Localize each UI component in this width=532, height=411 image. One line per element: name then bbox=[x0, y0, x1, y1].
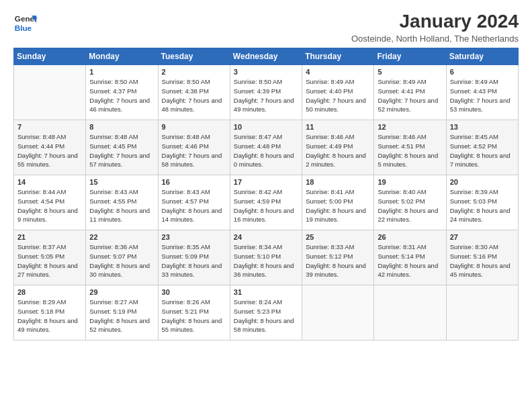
table-row: 6 Sunrise: 8:49 AMSunset: 4:43 PMDayligh… bbox=[446, 65, 518, 120]
day-info: Sunrise: 8:36 AMSunset: 5:07 PMDaylight:… bbox=[89, 242, 154, 279]
day-info: Sunrise: 8:37 AMSunset: 5:05 PMDaylight:… bbox=[17, 242, 82, 279]
table-row: 26 Sunrise: 8:31 AMSunset: 5:14 PMDaylig… bbox=[374, 230, 446, 285]
header-wednesday: Wednesday bbox=[230, 48, 302, 65]
table-row: 13 Sunrise: 8:45 AMSunset: 4:52 PMDaylig… bbox=[446, 120, 518, 175]
day-info: Sunrise: 8:24 AMSunset: 5:23 PMDaylight:… bbox=[234, 298, 298, 334]
day-info: Sunrise: 8:34 AMSunset: 5:10 PMDaylight:… bbox=[234, 242, 298, 279]
header-monday: Monday bbox=[86, 48, 158, 65]
table-row: 5 Sunrise: 8:49 AMSunset: 4:41 PMDayligh… bbox=[374, 65, 446, 120]
day-info: Sunrise: 8:41 AMSunset: 5:00 PMDaylight:… bbox=[306, 187, 370, 224]
day-number: 21 bbox=[17, 233, 82, 241]
table-row: 18 Sunrise: 8:41 AMSunset: 5:00 PMDaylig… bbox=[302, 175, 374, 230]
table-row: 29 Sunrise: 8:27 AMSunset: 5:19 PMDaylig… bbox=[86, 285, 158, 340]
header-saturday: Saturday bbox=[446, 48, 518, 65]
table-row: 17 Sunrise: 8:42 AMSunset: 4:59 PMDaylig… bbox=[230, 175, 302, 230]
table-row: 16 Sunrise: 8:43 AMSunset: 4:57 PMDaylig… bbox=[158, 175, 230, 230]
day-number: 29 bbox=[89, 288, 154, 296]
day-info: Sunrise: 8:42 AMSunset: 4:59 PMDaylight:… bbox=[234, 187, 298, 224]
page: General Blue January 2024 Oosteinde, Nor… bbox=[0, 0, 532, 411]
day-info: Sunrise: 8:29 AMSunset: 5:18 PMDaylight:… bbox=[17, 298, 82, 334]
day-info: Sunrise: 8:46 AMSunset: 4:49 PMDaylight:… bbox=[306, 132, 370, 169]
table-row bbox=[446, 285, 518, 340]
day-number: 28 bbox=[17, 288, 82, 296]
day-number: 17 bbox=[234, 178, 298, 186]
day-info: Sunrise: 8:49 AMSunset: 4:43 PMDaylight:… bbox=[450, 77, 515, 114]
day-number: 20 bbox=[450, 178, 515, 186]
day-number: 11 bbox=[306, 123, 370, 131]
table-row: 12 Sunrise: 8:46 AMSunset: 4:51 PMDaylig… bbox=[374, 120, 446, 175]
table-row: 27 Sunrise: 8:30 AMSunset: 5:16 PMDaylig… bbox=[446, 230, 518, 285]
table-row: 23 Sunrise: 8:35 AMSunset: 5:09 PMDaylig… bbox=[158, 230, 230, 285]
day-info: Sunrise: 8:40 AMSunset: 5:02 PMDaylight:… bbox=[378, 187, 442, 224]
calendar-week-row: 28 Sunrise: 8:29 AMSunset: 5:18 PMDaylig… bbox=[14, 285, 519, 340]
day-number: 24 bbox=[234, 233, 298, 241]
weekday-header-row: Sunday Monday Tuesday Wednesday Thursday… bbox=[14, 48, 519, 65]
calendar-week-row: 7 Sunrise: 8:48 AMSunset: 4:44 PMDayligh… bbox=[14, 120, 519, 175]
day-number: 7 bbox=[17, 123, 82, 131]
day-info: Sunrise: 8:30 AMSunset: 5:16 PMDaylight:… bbox=[450, 242, 515, 279]
day-number: 8 bbox=[89, 123, 154, 131]
day-number: 12 bbox=[378, 123, 442, 131]
logo-icon: General Blue bbox=[13, 11, 38, 35]
day-number: 30 bbox=[162, 288, 226, 296]
header-sunday: Sunday bbox=[14, 48, 86, 65]
table-row: 9 Sunrise: 8:48 AMSunset: 4:46 PMDayligh… bbox=[158, 120, 230, 175]
table-row: 22 Sunrise: 8:36 AMSunset: 5:07 PMDaylig… bbox=[86, 230, 158, 285]
table-row: 2 Sunrise: 8:50 AMSunset: 4:38 PMDayligh… bbox=[158, 65, 230, 120]
day-info: Sunrise: 8:35 AMSunset: 5:09 PMDaylight:… bbox=[162, 242, 226, 279]
day-info: Sunrise: 8:47 AMSunset: 4:48 PMDaylight:… bbox=[234, 132, 298, 169]
day-info: Sunrise: 8:46 AMSunset: 4:51 PMDaylight:… bbox=[378, 132, 442, 169]
calendar-week-row: 14 Sunrise: 8:44 AMSunset: 4:54 PMDaylig… bbox=[14, 175, 519, 230]
day-info: Sunrise: 8:49 AMSunset: 4:40 PMDaylight:… bbox=[306, 77, 370, 114]
day-number: 13 bbox=[450, 123, 515, 131]
calendar-table: Sunday Monday Tuesday Wednesday Thursday… bbox=[13, 48, 519, 340]
table-row: 10 Sunrise: 8:47 AMSunset: 4:48 PMDaylig… bbox=[230, 120, 302, 175]
day-number: 3 bbox=[234, 68, 298, 76]
day-info: Sunrise: 8:43 AMSunset: 4:57 PMDaylight:… bbox=[162, 187, 226, 224]
table-row: 3 Sunrise: 8:50 AMSunset: 4:39 PMDayligh… bbox=[230, 65, 302, 120]
svg-text:Blue: Blue bbox=[15, 24, 32, 32]
day-number: 27 bbox=[450, 233, 515, 241]
table-row: 21 Sunrise: 8:37 AMSunset: 5:05 PMDaylig… bbox=[14, 230, 86, 285]
day-info: Sunrise: 8:33 AMSunset: 5:12 PMDaylight:… bbox=[306, 242, 370, 279]
logo: General Blue bbox=[13, 11, 38, 35]
day-info: Sunrise: 8:48 AMSunset: 4:45 PMDaylight:… bbox=[89, 132, 154, 169]
day-number: 22 bbox=[89, 233, 154, 241]
header-thursday: Thursday bbox=[302, 48, 374, 65]
day-info: Sunrise: 8:49 AMSunset: 4:41 PMDaylight:… bbox=[378, 77, 442, 114]
day-number: 10 bbox=[234, 123, 298, 131]
day-number: 9 bbox=[162, 123, 226, 131]
day-info: Sunrise: 8:50 AMSunset: 4:38 PMDaylight:… bbox=[162, 77, 226, 114]
day-number: 15 bbox=[89, 178, 154, 186]
day-info: Sunrise: 8:48 AMSunset: 4:44 PMDaylight:… bbox=[17, 132, 82, 169]
table-row: 14 Sunrise: 8:44 AMSunset: 4:54 PMDaylig… bbox=[14, 175, 86, 230]
day-number: 26 bbox=[378, 233, 442, 241]
table-row: 15 Sunrise: 8:43 AMSunset: 4:55 PMDaylig… bbox=[86, 175, 158, 230]
calendar-week-row: 1 Sunrise: 8:50 AMSunset: 4:37 PMDayligh… bbox=[14, 65, 519, 120]
day-number: 5 bbox=[378, 68, 442, 76]
day-info: Sunrise: 8:39 AMSunset: 5:03 PMDaylight:… bbox=[450, 187, 515, 224]
table-row: 30 Sunrise: 8:26 AMSunset: 5:21 PMDaylig… bbox=[158, 285, 230, 340]
table-row bbox=[302, 285, 374, 340]
day-info: Sunrise: 8:48 AMSunset: 4:46 PMDaylight:… bbox=[162, 132, 226, 169]
table-row: 25 Sunrise: 8:33 AMSunset: 5:12 PMDaylig… bbox=[302, 230, 374, 285]
month-title: January 2024 bbox=[351, 11, 519, 32]
title-block: January 2024 Oosteinde, North Holland, T… bbox=[351, 11, 519, 44]
day-number: 14 bbox=[17, 178, 82, 186]
day-info: Sunrise: 8:50 AMSunset: 4:39 PMDaylight:… bbox=[234, 77, 298, 114]
day-number: 23 bbox=[162, 233, 226, 241]
day-number: 25 bbox=[306, 233, 370, 241]
table-row: 28 Sunrise: 8:29 AMSunset: 5:18 PMDaylig… bbox=[14, 285, 86, 340]
table-row: 20 Sunrise: 8:39 AMSunset: 5:03 PMDaylig… bbox=[446, 175, 518, 230]
table-row: 1 Sunrise: 8:50 AMSunset: 4:37 PMDayligh… bbox=[86, 65, 158, 120]
day-info: Sunrise: 8:44 AMSunset: 4:54 PMDaylight:… bbox=[17, 187, 82, 224]
table-row: 31 Sunrise: 8:24 AMSunset: 5:23 PMDaylig… bbox=[230, 285, 302, 340]
day-info: Sunrise: 8:27 AMSunset: 5:19 PMDaylight:… bbox=[89, 298, 154, 334]
header-friday: Friday bbox=[374, 48, 446, 65]
day-number: 31 bbox=[234, 288, 298, 296]
day-info: Sunrise: 8:43 AMSunset: 4:55 PMDaylight:… bbox=[89, 187, 154, 224]
day-number: 2 bbox=[162, 68, 226, 76]
table-row: 8 Sunrise: 8:48 AMSunset: 4:45 PMDayligh… bbox=[86, 120, 158, 175]
day-info: Sunrise: 8:45 AMSunset: 4:52 PMDaylight:… bbox=[450, 132, 515, 169]
calendar-week-row: 21 Sunrise: 8:37 AMSunset: 5:05 PMDaylig… bbox=[14, 230, 519, 285]
